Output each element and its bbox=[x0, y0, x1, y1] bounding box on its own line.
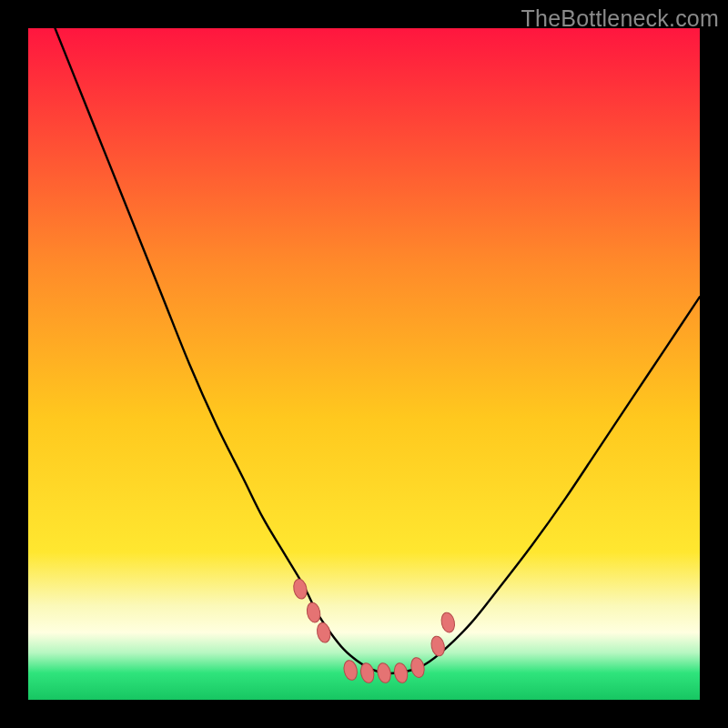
curve-marker bbox=[316, 622, 332, 643]
curve-marker bbox=[440, 612, 456, 633]
curve-marker bbox=[410, 656, 426, 678]
watermark-label: TheBottleneck.com bbox=[521, 5, 719, 32]
curve-layer bbox=[28, 28, 700, 700]
curve-marker bbox=[342, 659, 359, 681]
curve-marker bbox=[392, 662, 409, 683]
curve-marker bbox=[305, 602, 321, 623]
chart-frame: TheBottleneck.com bbox=[0, 0, 728, 728]
bottleneck-curve bbox=[56, 28, 701, 673]
curve-marker bbox=[376, 662, 392, 683]
plot-area bbox=[28, 28, 700, 700]
curve-marker bbox=[430, 635, 446, 657]
curve-marker bbox=[292, 578, 308, 600]
curve-markers bbox=[292, 578, 457, 684]
curve-marker bbox=[359, 662, 376, 683]
